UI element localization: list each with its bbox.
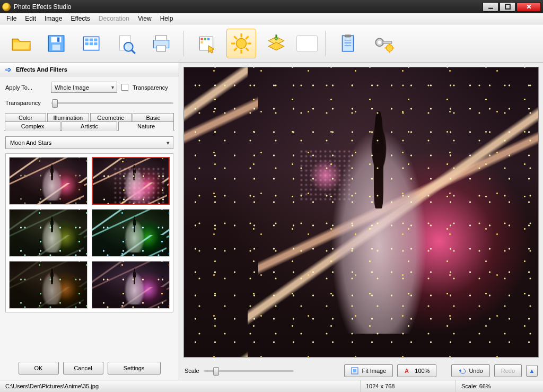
- fit-image-button[interactable]: Fit Image: [344, 364, 393, 377]
- panel-header: ➩ Effects And Filters: [0, 63, 179, 76]
- zoom-label: 100%: [415, 368, 430, 374]
- effects-panel: ➩ Effects And Filters Apply To... Whole …: [0, 63, 179, 380]
- preset-thumb[interactable]: [92, 261, 170, 309]
- redo-button[interactable]: Redo: [494, 364, 522, 377]
- clipboard-button[interactable]: [333, 29, 363, 58]
- svg-rect-47: [353, 369, 356, 372]
- status-dimensions: 1024 x 768: [361, 380, 456, 392]
- svg-rect-22: [207, 38, 209, 40]
- maximize-button[interactable]: [500, 2, 515, 12]
- redo-label: Redo: [501, 368, 515, 374]
- cancel-button[interactable]: Cancel: [63, 362, 103, 374]
- scroll-up-button[interactable]: ▲: [526, 365, 538, 377]
- svg-rect-12: [94, 42, 97, 45]
- transparency-checkbox[interactable]: [121, 84, 128, 91]
- preset-thumb[interactable]: [9, 261, 87, 309]
- svg-text:A: A: [405, 368, 409, 374]
- svg-rect-33: [343, 36, 354, 51]
- transparency-label: Transparency: [5, 100, 47, 106]
- statusbar: C:\Users\Den\Pictures\Anime\35.jpg 1024 …: [0, 380, 543, 392]
- status-scale: Scale: 66%: [456, 380, 543, 392]
- preset-thumb[interactable]: [92, 157, 170, 205]
- preset-value: Moon And Stars: [10, 140, 51, 146]
- transparency-checkbox-label: Transparency: [133, 84, 168, 91]
- svg-line-32: [234, 48, 237, 50]
- applyto-label: Apply To...: [5, 84, 47, 91]
- ok-button[interactable]: OK: [19, 362, 59, 374]
- svg-rect-21: [204, 38, 206, 40]
- tab-complex[interactable]: Complex: [5, 121, 60, 131]
- svg-line-29: [234, 36, 237, 39]
- bottom-toolbar: Scale Fit Image A100% Undo Redo ▲: [179, 362, 543, 380]
- status-path: C:\Users\Den\Pictures\Anime\35.jpg: [0, 380, 361, 392]
- svg-rect-40: [383, 41, 392, 43]
- tab-geometric[interactable]: Geometric: [90, 113, 132, 122]
- scale-slider[interactable]: [204, 366, 294, 376]
- svg-point-39: [378, 40, 381, 43]
- settings-button[interactable]: Settings: [108, 362, 161, 374]
- menu-file[interactable]: File: [2, 14, 21, 23]
- panel-title: Effects And Filters: [16, 66, 67, 73]
- layers-button[interactable]: [261, 29, 291, 58]
- arrow-icon: ➩: [5, 65, 12, 74]
- svg-rect-20: [201, 38, 203, 40]
- preset-thumb[interactable]: [92, 209, 170, 257]
- svg-rect-10: [85, 42, 88, 45]
- open-button[interactable]: [6, 29, 36, 58]
- tab-color[interactable]: Color: [5, 113, 46, 122]
- svg-rect-23: [201, 41, 203, 43]
- svg-line-31: [246, 36, 248, 39]
- effects-button[interactable]: [226, 29, 256, 58]
- save-button[interactable]: [41, 29, 71, 58]
- transparency-slider[interactable]: [51, 98, 173, 108]
- svg-point-14: [124, 42, 133, 51]
- svg-rect-11: [90, 42, 93, 45]
- app-icon: [2, 3, 11, 11]
- undo-button[interactable]: Undo: [451, 364, 489, 377]
- svg-point-24: [237, 38, 247, 48]
- separator: [183, 31, 184, 56]
- menu-effects[interactable]: Effects: [66, 14, 94, 23]
- menu-edit[interactable]: Edit: [21, 14, 40, 23]
- crop-button[interactable]: [191, 29, 221, 58]
- separator: [325, 31, 326, 56]
- tab-basic[interactable]: Basic: [133, 113, 174, 122]
- svg-point-41: [386, 45, 393, 51]
- menu-image[interactable]: Image: [40, 14, 66, 23]
- svg-rect-8: [90, 38, 93, 41]
- preset-dropdown[interactable]: Moon And Stars: [5, 136, 173, 149]
- svg-rect-1: [505, 4, 510, 9]
- menu-decoration[interactable]: Decoration: [94, 14, 134, 23]
- canvas[interactable]: [183, 67, 539, 358]
- applyto-dropdown[interactable]: Whole Image: [51, 82, 117, 93]
- svg-rect-34: [345, 34, 352, 37]
- svg-rect-7: [85, 38, 88, 41]
- svg-rect-3: [51, 37, 62, 42]
- svg-rect-9: [94, 38, 97, 41]
- svg-rect-18: [157, 46, 166, 51]
- preset-thumb[interactable]: [9, 157, 87, 205]
- menu-view[interactable]: View: [134, 14, 156, 23]
- window-title: Photo Effects Studio: [14, 3, 483, 11]
- tab-illumination[interactable]: Illumination: [47, 113, 89, 122]
- applyto-value: Whole Image: [55, 84, 89, 91]
- minimize-button[interactable]: [483, 2, 498, 12]
- print-button[interactable]: [146, 29, 176, 58]
- undo-label: Undo: [469, 368, 483, 374]
- tab-artistic[interactable]: Artistic: [62, 121, 117, 131]
- canvas-area: Scale Fit Image A100% Undo Redo ▲: [179, 63, 543, 380]
- preset-thumb[interactable]: [9, 209, 87, 257]
- preset-thumbnails: [5, 153, 173, 312]
- svg-rect-5: [57, 37, 59, 41]
- gallery-button[interactable]: [76, 29, 106, 58]
- menu-help[interactable]: Help: [156, 14, 178, 23]
- preview-button[interactable]: [111, 29, 141, 58]
- zoom-100-button[interactable]: A100%: [397, 364, 436, 377]
- toolbar: [0, 24, 543, 63]
- category-tabs: Color Illumination Geometric Basic Compl…: [4, 113, 174, 131]
- frame-button[interactable]: [296, 35, 318, 52]
- close-button[interactable]: [516, 2, 541, 12]
- svg-rect-0: [488, 8, 493, 9]
- key-button[interactable]: [368, 29, 398, 58]
- tab-nature[interactable]: Nature: [118, 121, 174, 131]
